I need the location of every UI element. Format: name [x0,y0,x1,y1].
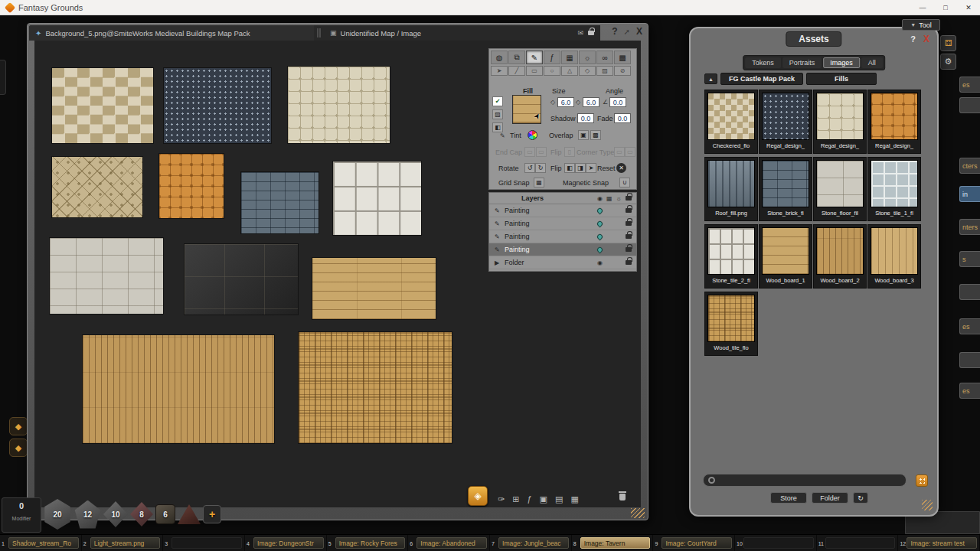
die-d12[interactable]: 12 [74,500,101,529]
asset-item[interactable]: Stone_floor_fil [813,157,867,221]
window-help-icon[interactable]: ? [612,26,617,37]
effects-icon[interactable]: ƒ [527,494,531,504]
hotbar-slot-button[interactable]: Image: Rocky Fores [335,537,406,549]
visibility-icon[interactable]: ◉ [597,259,603,266]
view-tool-icon[interactable]: ◍ [491,51,508,64]
assets-close-icon[interactable]: X [923,34,929,44]
tab-all[interactable]: All [861,57,883,68]
layer-row[interactable]: ✎Painting [489,243,636,256]
asset-thumbnail[interactable] [816,160,864,207]
opacity-icon[interactable] [596,220,604,227]
sidebar-button[interactable] [959,284,980,300]
map-tab-background[interactable]: ✦ Background_5.png@SmiteWorks Medieval B… [29,25,314,41]
tool-menu-button[interactable]: ▼ Tool [902,19,940,31]
map-tab-unidentified[interactable]: ▣ Unidentified Map / Image [324,25,427,41]
hotbar-slot-button[interactable]: Image: Abandoned [416,537,487,549]
lock-icon[interactable] [588,31,594,35]
window-close-icon[interactable]: X [636,26,642,37]
hotbar-slot[interactable]: 7Image: Jungle_beac [490,535,572,551]
share-mail-icon[interactable]: ✉ [577,29,583,37]
refresh-button[interactable]: ↻ [853,492,868,504]
hotbar-slot[interactable]: 6Image: Abandoned [408,535,490,551]
lighting-tool-icon[interactable]: ☼ [579,51,596,64]
rotate-cw-button[interactable]: ↻ [535,163,546,173]
image-list-icon[interactable]: ▤ [555,494,563,504]
paint-tool-icon[interactable]: ✎ [526,51,543,64]
hotbar-slot[interactable]: 12Image: stream test [898,535,980,551]
canvas-image-wood-boards[interactable] [312,258,436,319]
grid-snap-toggle[interactable]: ▦ [534,178,544,187]
layer-folder-row[interactable]: ▶Folder◉ [489,256,636,269]
overlap-option-a[interactable]: ▣ [578,130,589,140]
flip-horizontal-button[interactable]: ◧ [564,163,575,173]
asset-item[interactable]: Regal_design_ [813,90,867,154]
asset-item[interactable]: Regal_design_ [867,90,921,154]
hotbar-slot-button[interactable]: Image: Jungle_beac [498,537,569,549]
layers-toggle-button[interactable]: ◈ [468,486,488,506]
table-tool-icon[interactable]: ▩ [614,51,631,64]
magnetic-snap-toggle[interactable]: ∪ [619,178,630,187]
asset-thumbnail[interactable] [762,93,809,140]
hotbar-slot-empty[interactable] [172,537,242,549]
die-d4[interactable] [178,504,201,525]
los-tool-icon[interactable]: ∞ [596,51,613,64]
size-height-field[interactable]: 6.0 [583,97,599,107]
layer-row[interactable]: ✎Painting [489,217,636,230]
canvas-image-regal-tan[interactable] [52,157,142,217]
flip-arrow-button[interactable]: ➤ [586,163,596,173]
assets-resize-handle[interactable] [922,500,933,510]
overlap-option-b[interactable]: ▩ [590,130,601,140]
asset-thumbnail[interactable] [816,227,864,275]
add-die-button[interactable]: + [203,505,221,523]
tab-images[interactable]: Images [823,57,860,68]
reset-button[interactable]: ✕ [616,163,626,173]
canvas-image-wood-tiles[interactable] [299,332,452,443]
sidebar-button[interactable]: in [959,186,980,202]
asset-thumbnail[interactable] [816,93,864,140]
visibility-all-icon[interactable]: ◉ [597,195,603,202]
hotbar-slot-button[interactable]: Image: DungeonStr [253,537,324,549]
layers-tool-icon[interactable]: ⧉ [508,51,525,64]
lock-icon[interactable] [626,260,632,265]
asset-thumbnail[interactable] [871,160,918,207]
settings-gear-icon[interactable]: ⚙ [940,54,956,70]
hotbar-slot[interactable]: 3 [163,535,245,551]
sidebar-button[interactable] [959,97,980,113]
canvas-image-stone-floor[interactable] [50,238,163,314]
hotbar-slot[interactable]: 5Image: Rocky Fores [327,535,409,551]
size-width-field[interactable]: 6.0 [557,97,574,107]
asset-item[interactable]: Checkered_flo [704,90,758,154]
breadcrumb-module[interactable]: FG Castle Map Pack [720,73,803,85]
asset-search[interactable] [703,474,906,487]
rotate-ccw-button[interactable]: ↺ [524,163,535,173]
sidebar-button[interactable]: cters [959,158,980,174]
opacity-icon[interactable] [596,207,604,214]
hotbar-slot[interactable]: 8Image: Tavern [572,535,654,551]
fade-field[interactable]: 0.0 [614,113,631,123]
fill-swatch-icon[interactable]: ▨ [492,109,503,119]
tab-tokens[interactable]: Tokens [745,57,781,68]
sidebar-button[interactable]: es [959,77,980,93]
hotbar-slot[interactable]: 2Light_stream.png [82,535,164,551]
folder-up-button[interactable]: ▲ [704,73,717,84]
canvas-image-wood-planks[interactable] [83,335,274,443]
shadow-field[interactable]: 0.0 [577,113,594,123]
hotbar-slot[interactable]: 9Image: CourtYard [653,535,735,551]
asset-item[interactable]: Wood_tile_flo [704,292,758,356]
angle-field[interactable]: 0.0 [609,97,626,107]
die-d10[interactable]: 10 [103,501,128,527]
canvas-image-stone-brick[interactable] [241,172,318,233]
asset-thumbnail[interactable] [707,93,755,140]
fill-enabled-checkbox[interactable]: ✔ [492,96,503,106]
left-edge-tab[interactable] [0,60,6,95]
asset-thumbnail[interactable] [871,227,918,275]
die-d8[interactable]: 8 [130,502,153,527]
token-bag-icon[interactable]: ◆ [9,417,28,435]
asset-thumbnail[interactable] [707,160,755,207]
asset-item[interactable]: Wood_board_3 [867,224,921,289]
hotbar-slot-button[interactable]: Image: stream test [906,537,977,549]
lock-icon[interactable] [626,221,632,226]
window-resize-handle[interactable] [631,508,645,518]
canvas-image-checkered[interactable] [52,68,153,143]
asset-item[interactable]: Stone_tile_2_fl [704,224,758,289]
